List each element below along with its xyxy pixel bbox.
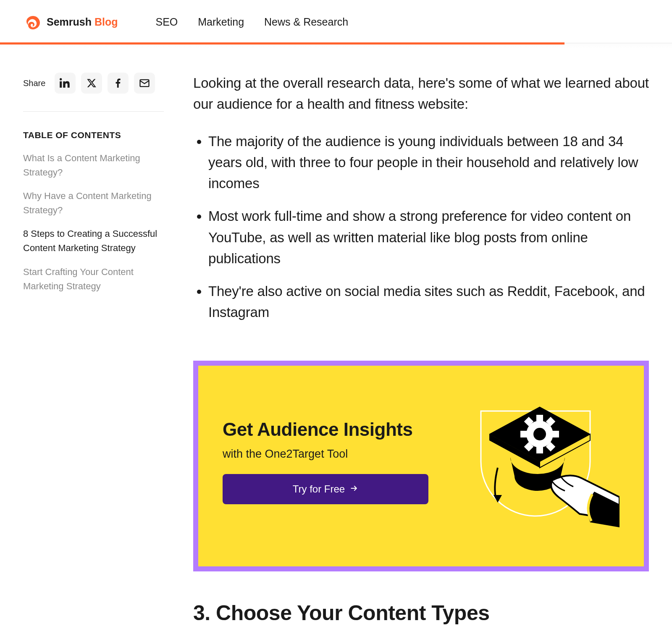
- nav-news[interactable]: News & Research: [264, 16, 348, 28]
- list-item: The majority of the audience is young in…: [208, 131, 649, 194]
- reading-progress: [0, 42, 564, 45]
- share-facebook[interactable]: [108, 73, 129, 94]
- main-nav: SEO Marketing News & Research: [155, 16, 348, 28]
- svg-rect-5: [551, 431, 559, 437]
- svg-rect-3: [536, 446, 543, 453]
- svg-point-10: [533, 428, 546, 440]
- try-free-button[interactable]: Try for Free: [223, 474, 428, 504]
- toc-list: What Is a Content Marketing Strategy? Wh…: [23, 151, 164, 293]
- nav-marketing[interactable]: Marketing: [198, 16, 244, 28]
- list-item: They're also active on social media site…: [208, 281, 649, 323]
- svg-rect-2: [536, 415, 543, 422]
- list-item: Most work full-time and show a strong pr…: [208, 206, 649, 269]
- logo-text: Semrush Blog: [47, 16, 118, 28]
- toc-item[interactable]: What Is a Content Marketing Strategy?: [23, 151, 164, 180]
- sidebar: Share: [23, 73, 164, 626]
- share-x[interactable]: [81, 73, 102, 94]
- toc-title: TABLE OF CONTENTS: [23, 130, 164, 140]
- toc-item[interactable]: 8 Steps to Creating a Successful Content…: [23, 227, 164, 255]
- linkedin-icon: [60, 78, 71, 89]
- x-icon: [87, 78, 97, 88]
- logo[interactable]: Semrush Blog: [23, 13, 118, 31]
- flame-icon: [23, 13, 42, 31]
- toc-item[interactable]: Start Crafting Your Content Marketing St…: [23, 265, 164, 293]
- promo-illustration: [443, 394, 620, 529]
- bullet-list: The majority of the audience is young in…: [193, 131, 649, 323]
- facebook-icon: [113, 78, 123, 89]
- section-heading: 3. Choose Your Content Types: [193, 601, 649, 625]
- toc-item[interactable]: Why Have a Content Marketing Strategy?: [23, 189, 164, 217]
- promo-card: Get Audience Insights with the One2Targe…: [193, 361, 649, 571]
- email-icon: [139, 77, 150, 89]
- article-body: Looking at the overall research data, he…: [193, 73, 649, 626]
- share-label: Share: [23, 79, 45, 88]
- button-label: Try for Free: [293, 483, 345, 495]
- share-row: Share: [23, 73, 164, 112]
- promo-subtitle: with the One2Target Tool: [223, 448, 430, 461]
- arrow-right-icon: [350, 483, 358, 495]
- share-email[interactable]: [134, 73, 155, 94]
- promo-title: Get Audience Insights: [223, 419, 430, 440]
- svg-rect-4: [520, 431, 528, 437]
- nav-seo[interactable]: SEO: [155, 16, 178, 28]
- site-header: Semrush Blog SEO Marketing News & Resear…: [0, 0, 672, 43]
- intro-paragraph: Looking at the overall research data, he…: [193, 73, 649, 114]
- share-linkedin[interactable]: [55, 73, 76, 94]
